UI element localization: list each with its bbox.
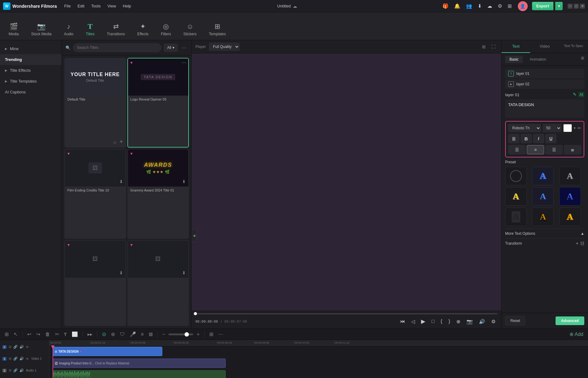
text-content-box[interactable]: TATA DESIGN [505, 99, 584, 118]
gift-icon[interactable]: 🎁 [441, 2, 450, 10]
track2-link-icon[interactable]: 🔗 [13, 345, 18, 349]
preset-item-4[interactable]: A [532, 187, 554, 206]
align-left-button[interactable]: ☰ [508, 145, 526, 154]
menu-file[interactable]: File [62, 2, 73, 10]
preset-item-2[interactable]: A [559, 167, 581, 185]
menu-edit[interactable]: Edit [75, 2, 87, 10]
bold-button[interactable]: B [521, 134, 532, 143]
quality-select[interactable]: Full Quality [209, 43, 240, 51]
sidebar-item-title-effects[interactable]: ▶ Title Effects [0, 65, 62, 76]
menu-view[interactable]: View [105, 2, 118, 10]
tl-text-button[interactable]: T [62, 331, 68, 338]
transform-row[interactable]: Transform ▾ ⛓ [505, 238, 584, 248]
add-button-default[interactable]: + [120, 139, 123, 145]
grid-view-button[interactable]: ⊞ [480, 43, 488, 50]
dl-icon-credits[interactable]: ⬇ [119, 179, 123, 184]
audio1-volume-icon[interactable]: 🔊 [19, 368, 24, 373]
settings2-button[interactable]: ⚙ [489, 317, 497, 326]
tl-list-button[interactable]: ≡ [139, 330, 145, 338]
tl-multi-view-button[interactable]: ⊞ [208, 330, 215, 338]
color-picker-button[interactable]: ✏ [577, 126, 581, 131]
track1-link-icon[interactable]: 🔗 [13, 356, 18, 361]
sidebar-item-trending[interactable]: Trending [0, 54, 62, 65]
tab-text[interactable]: Text [501, 40, 530, 53]
preset-item-5[interactable]: A [559, 187, 581, 206]
align-right-button[interactable]: ☰ [545, 145, 563, 154]
font-color-swatch[interactable] [563, 124, 572, 132]
title-card-logo-reveal[interactable]: ♥ ⋯ TATA DESIGN Logo Reveal Opener 05 [127, 58, 189, 148]
tl-shield-button[interactable]: 🛡 [118, 330, 126, 338]
italic-button[interactable]: I [533, 134, 544, 143]
preset-item-7[interactable]: A [532, 208, 554, 226]
font-family-select[interactable]: Roboto Th [508, 124, 541, 132]
toolbar-stock-media[interactable]: 📷 Stock Media [29, 21, 54, 37]
skip-back-button[interactable]: ⏮ [398, 317, 407, 325]
tl-more-button[interactable]: ▸▸ [86, 330, 94, 338]
subtab-animation[interactable]: Animation [525, 56, 550, 63]
add-marker-button[interactable]: ⊕ [454, 317, 462, 326]
preset-item-6[interactable]: A [505, 208, 527, 226]
export-button[interactable]: Export [532, 2, 553, 10]
reset-button[interactable]: Reset [505, 316, 525, 325]
title-card-default[interactable]: YOUR TITLE HERE Default Title ☆ + Defaul… [64, 58, 126, 148]
dl-icon-img[interactable]: ⬇ [182, 270, 186, 275]
cloud-save-icon[interactable]: ☁ [485, 2, 494, 10]
toolbar-filters[interactable]: ◎ Filters [158, 21, 173, 37]
menu-tools[interactable]: Tools [89, 2, 103, 10]
fullscreen-view-button[interactable]: ⛶ [489, 43, 497, 50]
community-icon[interactable]: 👥 [464, 2, 474, 10]
sidebar-item-mine[interactable]: ▶ Mine [0, 43, 62, 54]
export-dropdown[interactable]: ▾ [555, 2, 563, 10]
tab-text-to-spec[interactable]: Text To Spec [559, 40, 588, 53]
snapshot-button[interactable]: 📷 [465, 317, 475, 326]
audio1-link-icon[interactable]: 🔗 [13, 368, 18, 373]
track1-volume-icon[interactable]: 🔊 [19, 356, 24, 361]
avatar[interactable]: 👤 [518, 1, 528, 11]
track1-eye-icon[interactable]: 👁 [25, 357, 29, 361]
edit-layer-icon[interactable]: ✎ [573, 92, 577, 97]
toolbar-audio[interactable]: ♪ Audio [62, 21, 76, 37]
toolbar-titles[interactable]: T Titles [83, 21, 97, 37]
track2-eye-icon[interactable]: 👁 [25, 345, 29, 349]
font-size-select[interactable]: 50 [543, 124, 561, 132]
zoom-slider[interactable] [168, 333, 193, 335]
audio1-scene-icon[interactable]: ⊞ [8, 368, 12, 373]
tl-mic-button[interactable]: 🎤 [128, 330, 138, 338]
settings-icon[interactable]: ⚙ [496, 2, 504, 10]
maximize-button[interactable]: □ [574, 4, 579, 9]
filter-button[interactable]: All ▾ [164, 44, 178, 52]
volume-button[interactable]: 🔊 [477, 317, 487, 326]
tl-zoom-out-button[interactable]: − [161, 330, 167, 338]
title-card-film-credits[interactable]: ♥ ⬇ 🖼 Film Ending Credits Title 10 [64, 149, 126, 238]
layout-icon[interactable]: ⊞ [506, 2, 513, 10]
clip-video[interactable]: 🖼 Imaging Product Intro 0... Click to Re… [53, 359, 226, 368]
more-text-options-row[interactable]: More Text Options ▲ [505, 229, 584, 238]
tl-rect-button[interactable]: ⬜ [70, 330, 79, 338]
sidebar-item-title-templates[interactable]: ▶ Title Templates [0, 76, 62, 87]
dl-icon-social[interactable]: ⬇ [119, 270, 123, 275]
clip-audio[interactable] [53, 370, 226, 378]
toolbar-effects[interactable]: ✦ Effects [135, 21, 151, 37]
tl-scenes-button[interactable]: ⊞ [3, 330, 10, 338]
star-button-default[interactable]: ☆ [113, 140, 117, 145]
align-justify-button[interactable]: ≣ [564, 145, 581, 154]
mark-in-button[interactable]: { [439, 317, 444, 325]
underline-button[interactable]: U [545, 134, 556, 143]
mark-out-button[interactable]: } [447, 317, 452, 325]
track2-scene-icon[interactable]: ⊞ [8, 345, 12, 349]
tl-select-button[interactable]: ↖ [12, 330, 19, 338]
title-card-grammy[interactable]: ♥ ⬇ AWARDS 🌿★★★🌿 Grammy Award 2024 Title… [127, 149, 189, 238]
preset-item-1[interactable]: A [532, 167, 554, 185]
preset-item-3[interactable]: A [505, 187, 527, 206]
tl-more2-button[interactable]: ⋯ [217, 330, 225, 338]
subtab-basic[interactable]: Basic [505, 56, 523, 63]
color-dropdown-button[interactable]: ▾ [574, 126, 576, 130]
tl-zoom-in-button[interactable]: + [195, 330, 201, 338]
toolbar-media[interactable]: 🎬 Media [6, 21, 21, 37]
close-button[interactable]: ✕ [580, 4, 585, 9]
tl-record-button[interactable]: ⊙ [100, 330, 108, 338]
layer-item-01[interactable]: T layer 01 [505, 69, 584, 78]
spacing-button[interactable]: ||| [508, 134, 519, 143]
title-card-social[interactable]: ♥ ⬇ 🖼 [64, 240, 126, 326]
more-options-button[interactable]: ⋯ [180, 44, 188, 52]
